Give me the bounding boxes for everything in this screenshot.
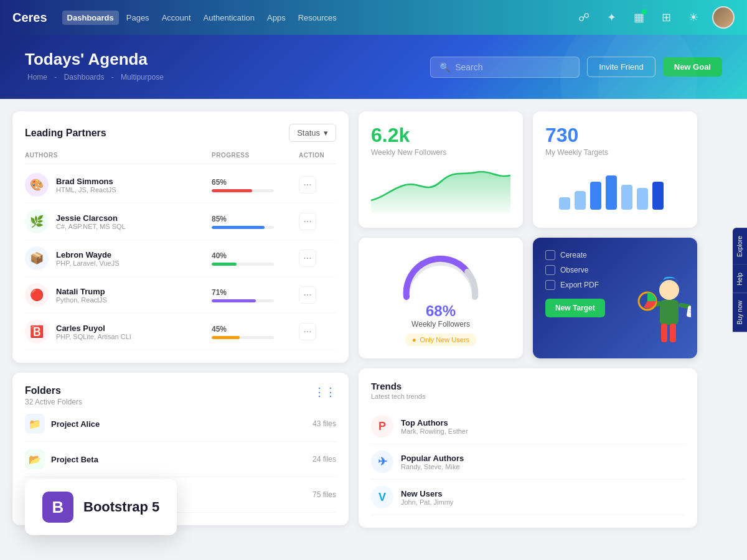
bootstrap-text: Bootstrap 5 — [83, 499, 159, 515]
partner-name: Lebron Wayde — [56, 250, 120, 259]
side-tabs: Explore Help Buy now — [733, 228, 747, 332]
row-more-button[interactable]: ··· — [299, 250, 316, 267]
svg-rect-0 — [559, 197, 570, 210]
nav-menu: DashboardsPagesAccountAuthenticationApps… — [62, 11, 342, 25]
trend-icon: ✈ — [371, 450, 393, 473]
breadcrumb-multipurpose: Multipurpose — [121, 73, 164, 82]
row-more-button[interactable]: ··· — [299, 323, 316, 340]
nav-item-resources[interactable]: Resources — [293, 11, 342, 25]
partner-name: Brad Simmons — [56, 177, 116, 186]
gauge-card: 68% Weekly Followers ● Only New Users — [359, 238, 523, 358]
svg-rect-9 — [661, 324, 667, 342]
nav-item-apps[interactable]: Apps — [262, 11, 291, 25]
table-row: 🌿 Jessie Clarcson C#, ASP.NET, MS SQL 85… — [25, 203, 336, 240]
list-item: 📂 Project Beta 24 files — [25, 442, 336, 477]
progress-section: 71% — [212, 288, 299, 302]
header-actions: 🔍 Invite Friend New Goal — [430, 57, 722, 78]
trends-list: P Top Authors Mark, Rowling, Esther ✈ Po… — [371, 409, 685, 515]
breadcrumb-home[interactable]: Home — [27, 73, 47, 82]
trend-icon: P — [371, 415, 393, 437]
progress-section: 85% — [212, 215, 299, 229]
followers-chart — [371, 163, 510, 213]
col-authors: AUTHORS — [25, 152, 212, 159]
partner-avatar: 🌿 — [25, 210, 49, 233]
trend-name: Popular Authors — [401, 454, 464, 463]
col-action: ACTION — [299, 152, 336, 159]
side-tab-explore[interactable]: Explore — [733, 228, 747, 264]
trends-subtitle: Latest tech trends — [371, 393, 685, 400]
leading-partners-title: Leading Partners — [25, 128, 106, 139]
nav-item-authentication[interactable]: Authentication — [199, 11, 260, 25]
breadcrumb: Home - Dashboards - Multipurpose — [25, 73, 722, 82]
option-checkbox[interactable] — [545, 250, 555, 260]
row-more-button[interactable]: ··· — [299, 213, 316, 230]
weekly-followers-card: 6.2k Weekly New Followers — [359, 111, 523, 228]
blue-card-options: CereateObserveExport PDF — [545, 250, 685, 290]
bootstrap-overlay: B Bootstrap 5 — [25, 479, 177, 535]
invite-friend-button[interactable]: Invite Friend — [587, 57, 655, 77]
blue-card-option[interactable]: Cereate — [545, 250, 685, 260]
trend-name: Top Authors — [401, 418, 468, 427]
navbar: Ceres DashboardsPagesAccountAuthenticati… — [0, 0, 747, 35]
folders-title: Folders — [25, 385, 82, 396]
grid-icon[interactable]: ⊞ — [658, 8, 675, 27]
folders-more-icon[interactable]: ⋮⋮ — [314, 385, 336, 399]
new-goal-button[interactable]: New Goal — [663, 57, 722, 77]
folder-files: 24 files — [312, 455, 336, 464]
partner-name: Jessie Clarcson — [56, 213, 126, 223]
targets-label: My Weekly Targets — [545, 148, 685, 157]
table-row: 🅱️ Carles Puyol PHP, SQLite, Artisan CLI… — [25, 314, 336, 350]
partner-skills: Python, ReactJS — [56, 296, 107, 304]
avatar[interactable] — [712, 6, 735, 29]
table-row: 🔴 Natali Trump Python, ReactJS 71% ··· — [25, 277, 336, 314]
gauge-label: Weekly Followers — [411, 320, 470, 329]
blue-card: CereateObserveExport PDF New Target — [533, 238, 697, 358]
svg-rect-5 — [637, 188, 648, 210]
row-more-button[interactable]: ··· — [299, 286, 316, 304]
targets-chart — [545, 163, 685, 213]
folder-files: 75 files — [312, 490, 336, 499]
list-item: ✈ Popular Authors Randy, Steve, Mike — [371, 444, 685, 480]
row-more-button[interactable]: ··· — [299, 176, 316, 194]
folder-icon: 📂 — [25, 449, 45, 469]
status-dropdown[interactable]: Status ▾ — [289, 124, 336, 142]
folders-subtitle: 32 Active Folders — [25, 398, 82, 406]
nav-item-account[interactable]: Account — [157, 11, 196, 25]
nav-item-dashboards[interactable]: Dashboards — [62, 11, 119, 25]
page-title: Todays' Agenda — [25, 50, 722, 69]
table-row: 📦 Lebron Wayde PHP, Laravel, VueJS 40% ·… — [25, 240, 336, 277]
search-input[interactable] — [455, 62, 570, 72]
gauge-note: ● Only New Users — [405, 334, 477, 346]
svg-rect-1 — [575, 191, 586, 210]
targets-value: 730 — [545, 124, 685, 147]
new-target-button[interactable]: New Target — [545, 299, 605, 317]
message-icon[interactable]: ▦ — [630, 8, 648, 27]
partner-skills: C#, ASP.NET, MS SQL — [56, 223, 126, 230]
followers-value: 6.2k — [371, 124, 510, 147]
leading-partners-card: Leading Partners Status ▾ AUTHORS PROGRE… — [12, 111, 349, 363]
settings-icon[interactable]: ☀ — [685, 8, 702, 27]
side-tab-help[interactable]: Help — [733, 264, 747, 293]
followers-label: Weekly New Followers — [371, 148, 510, 157]
trend-sub: John, Pat, Jimmy — [401, 498, 453, 506]
search-icon: 🔍 — [439, 62, 450, 72]
partner-avatar: 🅱️ — [25, 320, 49, 343]
trends-card: Trends Latest tech trends P Top Authors … — [359, 368, 697, 528]
side-tab-buy[interactable]: Buy now — [733, 293, 747, 332]
gauge-chart — [397, 250, 484, 300]
folder-name: Project Alice — [51, 419, 100, 429]
trend-sub: Mark, Rowling, Esther — [401, 427, 468, 435]
blue-card-option[interactable]: Observe — [545, 265, 685, 275]
gauge-value: 68% — [426, 302, 456, 320]
option-checkbox[interactable] — [545, 280, 555, 290]
list-item: V New Users John, Pat, Jimmy — [371, 480, 685, 515]
blue-card-option[interactable]: Export PDF — [545, 280, 685, 290]
chart-icon[interactable]: ☍ — [575, 8, 593, 27]
nav-item-pages[interactable]: Pages — [121, 11, 154, 25]
option-checkbox[interactable] — [545, 265, 555, 275]
list-item: 📁 Project Alice 43 files — [25, 406, 336, 442]
sparkle-icon[interactable]: ✦ — [603, 8, 620, 27]
breadcrumb-dashboards[interactable]: Dashboards — [64, 73, 105, 82]
col-progress: PROGRESS — [212, 152, 299, 159]
svg-rect-2 — [590, 182, 601, 210]
